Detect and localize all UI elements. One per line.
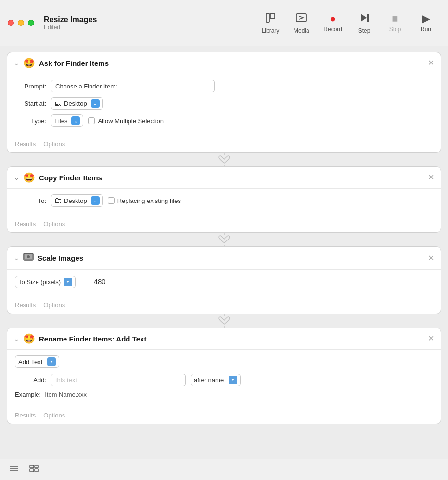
stop-label: Stop [389,26,401,33]
add-text-input[interactable] [51,374,186,386]
copy-finder-chevron[interactable]: ⌄ [14,174,19,181]
copy-to-value: Desktop [64,197,87,204]
svg-marker-3 [361,14,367,22]
scale-type-chevron[interactable] [64,278,72,286]
start-at-dropdown[interactable]: 🗂 Desktop ⌄ [51,97,103,110]
ask-finder-options[interactable]: Options [43,140,65,148]
connector-3 [7,314,441,328]
after-name-value: after name [194,377,224,384]
example-row: Example: Item Name.xxx [15,391,433,398]
allow-multiple-checkbox[interactable] [88,117,95,124]
scale-images-results[interactable]: Results [15,302,36,309]
rename-finder-close[interactable]: ✕ [428,335,434,342]
scale-type-dropdown[interactable]: To Size (pixels) [15,276,76,288]
ask-finder-header: ⌄ 🤩 Ask for Finder Items ✕ [7,52,441,74]
svg-point-7 [27,255,30,258]
scale-images-header: ⌄ Scale Images ✕ [7,247,441,270]
run-icon: ▶ [422,13,430,24]
rename-finder-results[interactable]: Results [15,412,36,419]
pixel-value-input[interactable] [80,277,119,287]
copy-finder-results[interactable]: Results [15,220,36,227]
copy-to-row: To: 🗂 Desktop ⌄ Replacing existing files [15,194,433,207]
scale-images-options[interactable]: Options [43,302,65,309]
copy-to-dropdown[interactable]: 🗂 Desktop ⌄ [51,194,103,207]
scale-row: To Size (pixels) [15,276,433,288]
svg-marker-9 [50,361,53,363]
scale-images-close[interactable]: ✕ [428,254,434,262]
record-button[interactable]: ● Record [318,11,348,36]
traffic-lights [8,20,34,26]
copy-to-chevron[interactable]: ⌄ [91,196,100,205]
type-chevron[interactable]: ⌄ [71,116,80,125]
rename-finder-title: Rename Finder Items: Add Text [39,335,424,343]
svg-rect-2 [296,14,306,22]
connector-1 [7,153,441,166]
svg-rect-16 [30,469,34,472]
fullscreen-button[interactable] [28,20,34,26]
svg-rect-1 [270,13,275,19]
minimize-button[interactable] [18,20,24,26]
stop-icon: ■ [392,13,398,24]
add-row: Add: after name [15,374,433,386]
scale-type-value: To Size (pixels) [18,278,61,286]
copy-finder-icon: 🤩 [23,172,35,183]
ask-finder-title: Ask for Finder Items [39,59,424,67]
ask-finder-block: ⌄ 🤩 Ask for Finder Items ✕ Prompt: Start… [7,52,441,153]
run-button[interactable]: ▶ Run [411,11,440,36]
start-at-label: Start at: [15,100,46,107]
library-button[interactable]: Library [256,9,285,37]
svg-rect-14 [30,465,34,468]
type-row: Type: Files ⌄ Allow Multiple Selection [15,114,433,127]
step-label: Step [358,27,371,34]
connector-heart-2 [216,235,233,245]
add-text-select[interactable]: Add Text [15,355,59,368]
svg-rect-17 [35,469,38,472]
ask-finder-icon: 🤩 [23,57,35,69]
copy-finder-block: ⌄ 🤩 Copy Finder Items ✕ To: 🗂 Desktop ⌄ … [7,166,441,233]
app-title-group: Resize Images Edited [44,15,256,31]
rename-finder-body: Add Text Add: after name [7,350,441,409]
prompt-input[interactable] [51,80,215,92]
main-content: ⌄ 🤩 Ask for Finder Items ✕ Prompt: Start… [0,46,448,451]
copy-finder-body: To: 🗂 Desktop ⌄ Replacing existing files [7,189,441,217]
ask-finder-chevron[interactable]: ⌄ [14,60,19,67]
svg-rect-0 [266,13,269,22]
step-button[interactable]: Step [350,9,379,37]
ask-finder-results[interactable]: Results [15,140,36,148]
copy-finder-footer: Results Options [7,217,441,232]
rename-finder-icon: 🤩 [23,333,35,344]
start-at-chevron[interactable]: ⌄ [91,99,100,108]
ask-finder-body: Prompt: Start at: 🗂 Desktop ⌄ Type: File… [7,74,441,138]
copy-finder-options[interactable]: Options [43,220,65,227]
after-name-chevron[interactable] [229,376,237,384]
replacing-checkbox[interactable] [108,197,115,204]
copy-finder-title: Copy Finder Items [39,174,424,182]
library-label: Library [262,27,280,34]
scale-images-title: Scale Images [38,254,424,262]
ask-finder-close[interactable]: ✕ [428,59,434,67]
connector-heart-1 [216,155,233,165]
copy-finder-close[interactable]: ✕ [428,174,434,181]
stop-button[interactable]: ■ Stop [381,11,410,36]
start-at-row: Start at: 🗂 Desktop ⌄ [15,97,433,110]
grid-view-button[interactable] [27,462,41,477]
library-icon [265,12,276,25]
copy-folder-icon: 🗂 [54,196,62,205]
record-icon: ● [330,13,336,24]
rename-finder-options[interactable]: Options [43,412,65,419]
close-button[interactable] [8,20,14,26]
type-dropdown[interactable]: Files ⌄ [51,114,83,127]
app-title: Resize Images [44,15,97,24]
app-subtitle: Edited [44,24,60,31]
allow-multiple-row: Allow Multiple Selection [88,117,164,125]
toolbar-buttons: Library Media ● Record Step [256,9,440,37]
list-view-button[interactable] [7,462,21,477]
add-text-chevron[interactable] [47,357,56,366]
scale-images-chevron[interactable]: ⌄ [14,254,19,262]
connector-2 [7,233,441,246]
rename-finder-chevron[interactable]: ⌄ [14,335,19,342]
after-name-dropdown[interactable]: after name [191,374,241,386]
scale-images-body: To Size (pixels) [7,270,441,299]
media-button[interactable]: Media [287,9,316,37]
type-label: Type: [15,117,46,125]
